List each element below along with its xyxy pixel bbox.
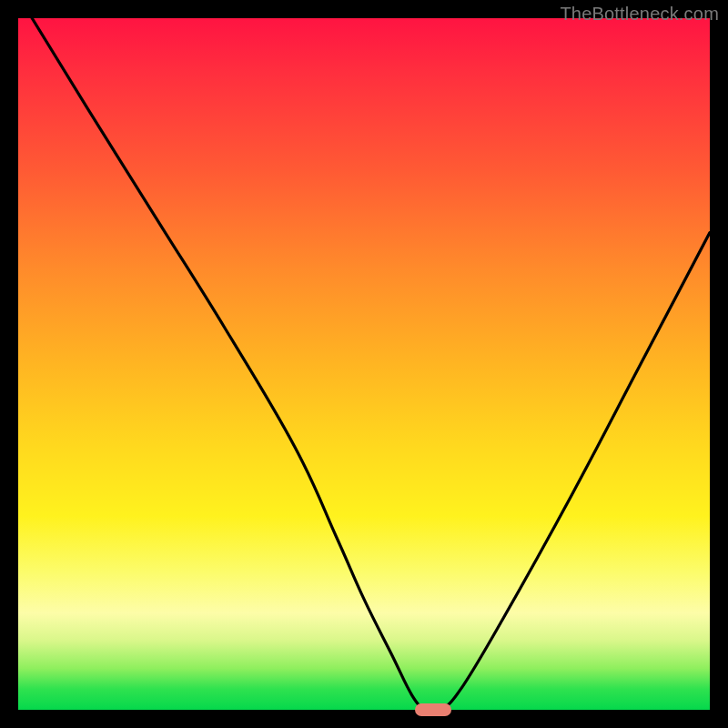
bottleneck-curve — [18, 18, 710, 710]
chart-frame: TheBottleneck.com — [0, 0, 728, 728]
optimal-point-marker — [415, 703, 451, 716]
plot-area — [18, 18, 710, 710]
watermark-text: TheBottleneck.com — [560, 4, 719, 25]
